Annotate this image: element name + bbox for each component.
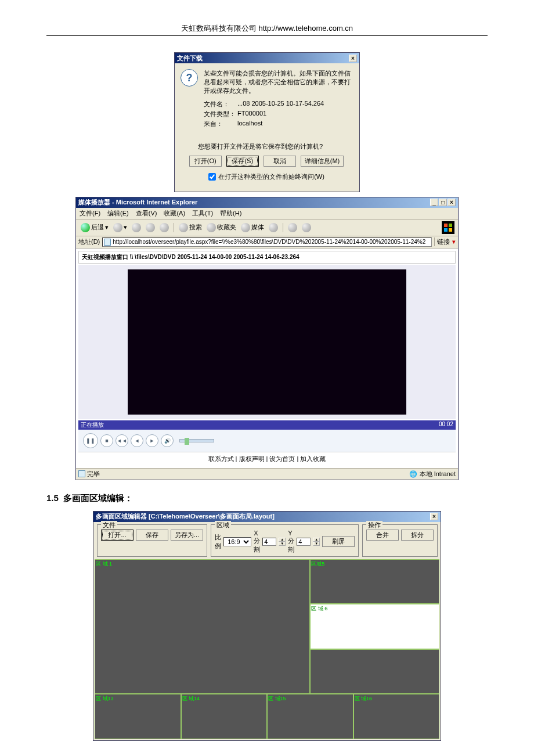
stop-icon — [132, 223, 141, 232]
stop-button[interactable] — [131, 223, 142, 232]
links-label[interactable]: 链接 — [434, 237, 450, 246]
ie-title: 媒体播放器 - Microsoft Internet Explorer — [78, 198, 197, 207]
ie-addressbar: 地址(D) http://localhost/overseer/playfile… — [76, 236, 458, 249]
footer-links[interactable]: 联系方式 | 版权声明 | 设为首页 | 加入收藏 — [78, 452, 456, 466]
print-button[interactable] — [301, 223, 312, 232]
mute-button[interactable]: 🔊 — [161, 434, 174, 447]
cancel-button[interactable]: 取消 — [264, 156, 296, 167]
pdf-icon[interactable]: ▾ — [452, 238, 456, 246]
video-area — [78, 265, 456, 419]
media-button[interactable]: 媒体 — [240, 223, 265, 232]
close-icon[interactable]: × — [349, 55, 357, 62]
page-header: 天虹数码科技有限公司 http://www.telehome.com.cn — [46, 23, 488, 34]
region-15[interactable]: 区 域15 — [267, 694, 353, 739]
time-display: 00:02 — [439, 421, 453, 429]
prev-button[interactable]: ◄◄ — [116, 434, 128, 447]
xsplit-up-icon[interactable]: ▲ — [279, 538, 286, 542]
saveas-button[interactable]: 另存为... — [171, 530, 203, 541]
xsplit-input[interactable] — [262, 538, 276, 546]
file-group: 文件 打开... 保存 另存为... — [97, 524, 207, 557]
filetype-value: FT000001 — [237, 110, 266, 118]
svg-rect-0 — [444, 224, 448, 227]
save-button[interactable]: 保存(S) — [226, 156, 259, 167]
menu-help[interactable]: 帮助(H) — [220, 209, 241, 218]
open-file-button[interactable]: 打开... — [101, 530, 134, 541]
region-unlabeled[interactable] — [310, 649, 439, 694]
open-or-save-question: 您想要打开文件还是将它保存到您的计算机? — [181, 133, 352, 156]
refresh-screen-button[interactable]: 刷屏 — [322, 536, 355, 547]
page-icon — [104, 239, 111, 246]
maximize-icon[interactable]: □ — [439, 199, 447, 206]
layout-titlebar: 多画面区域编辑器 [C:\Telehome\Overseer\多画面布局.lay… — [93, 512, 441, 522]
region-5[interactable]: 区域5 — [310, 559, 439, 604]
xsplit-label: X分割 — [254, 530, 260, 554]
region-13[interactable]: 区 域13 — [95, 694, 181, 739]
always-ask-checkbox[interactable] — [208, 173, 216, 181]
search-button[interactable]: 搜索 — [178, 223, 203, 232]
file-download-dialog: 文件下载 × ? 某些文件可能会损害您的计算机。如果下面的文件信息看起来可疑，或… — [174, 52, 360, 192]
history-button[interactable] — [268, 223, 279, 232]
close-icon[interactable]: × — [430, 513, 438, 520]
ysplit-input[interactable] — [297, 538, 311, 546]
refresh-icon — [146, 223, 155, 232]
menu-tools[interactable]: 工具(T) — [192, 209, 213, 218]
region-16[interactable]: 区 域16 — [353, 694, 440, 739]
stop-button[interactable]: ■ — [100, 434, 113, 447]
ratio-select[interactable]: 16:9 — [223, 537, 251, 546]
merge-button[interactable]: 合并 — [366, 530, 399, 541]
ie-toolbar: 后退 ▾ ▾ 搜索 收藏夹 媒体 — [76, 219, 458, 236]
arrow-left-icon — [81, 223, 90, 232]
warning-text: 某些文件可能会损害您的计算机。如果下面的文件信息看起来可疑，或者您不完全相信它的… — [204, 69, 352, 95]
region-6[interactable]: 区 域 6 — [310, 604, 439, 649]
refresh-button[interactable] — [145, 223, 156, 232]
source-label: 来自： — [204, 120, 237, 128]
ysplit-up-icon[interactable]: ▲ — [313, 538, 320, 542]
menu-file[interactable]: 文件(F) — [80, 209, 100, 218]
page-icon — [78, 470, 85, 477]
star-icon — [207, 223, 216, 232]
filename-label: 文件名： — [204, 100, 237, 109]
open-button[interactable]: 打开(O) — [189, 156, 222, 167]
back-label: 后退 — [91, 223, 104, 232]
back-button[interactable]: 后退 ▾ — [80, 223, 110, 232]
region-14[interactable]: 区 域14 — [181, 694, 268, 739]
menu-view[interactable]: 查看(V) — [136, 209, 157, 218]
layout-canvas[interactable]: 区 域 1 区域5 区 域 6 区 域13 区 域14 区 域15 区 域16 — [95, 559, 439, 739]
ie-statusbar: 完毕 🌐本地 Intranet — [76, 468, 458, 480]
ratio-label: 比例 — [215, 533, 221, 550]
volume-slider[interactable] — [179, 439, 214, 442]
address-url: http://localhost/overseer/playfile.aspx?… — [113, 239, 425, 245]
arrow-right-icon — [113, 223, 122, 232]
operation-group: 操作 合并 拆分 — [362, 524, 438, 557]
forward-button[interactable]: ▾ — [112, 223, 128, 232]
save-file-button[interactable]: 保存 — [136, 530, 168, 541]
ysplit-down-icon[interactable]: ▼ — [313, 542, 320, 546]
close-icon[interactable]: × — [448, 199, 456, 206]
media-icon — [241, 223, 250, 232]
rewind-button[interactable]: ◄ — [131, 434, 143, 447]
minimize-icon[interactable]: _ — [430, 199, 438, 206]
xsplit-down-icon[interactable]: ▼ — [279, 542, 286, 546]
status-done: 完毕 — [87, 470, 100, 478]
forward-button[interactable]: ► — [146, 434, 158, 447]
file-group-label: 文件 — [101, 521, 117, 530]
menu-favorites[interactable]: 收藏(A) — [164, 209, 185, 218]
split-button[interactable]: 拆分 — [401, 530, 434, 541]
favorites-button[interactable]: 收藏夹 — [205, 223, 237, 232]
favorites-label: 收藏夹 — [217, 223, 236, 232]
home-button[interactable] — [158, 223, 170, 232]
always-ask-label: 在打开这种类型的文件前始终询问(W) — [218, 172, 324, 181]
layout-editor-window: 多画面区域编辑器 [C:\Telehome\Overseer\多画面布局.lay… — [93, 511, 441, 741]
layout-title: 多画面区域编辑器 [C:\Telehome\Overseer\多画面布局.lay… — [96, 512, 275, 521]
menu-edit[interactable]: 编辑(E) — [107, 209, 129, 218]
security-zone: 本地 Intranet — [420, 470, 456, 478]
ie-window: 媒体播放器 - Microsoft Internet Explorer _ □ … — [75, 197, 459, 480]
address-input[interactable]: http://localhost/overseer/playfile.aspx?… — [102, 237, 432, 247]
pause-button[interactable]: ❚❚ — [83, 433, 98, 448]
player-controls: ❚❚ ■ ◄◄ ◄ ► 🔊 — [78, 430, 456, 452]
mail-button[interactable] — [287, 223, 298, 232]
question-icon: ? — [181, 69, 198, 87]
more-info-button[interactable]: 详细信息(M) — [301, 156, 344, 167]
region-1[interactable]: 区 域 1 — [95, 559, 310, 694]
windows-flag-icon — [442, 221, 454, 234]
